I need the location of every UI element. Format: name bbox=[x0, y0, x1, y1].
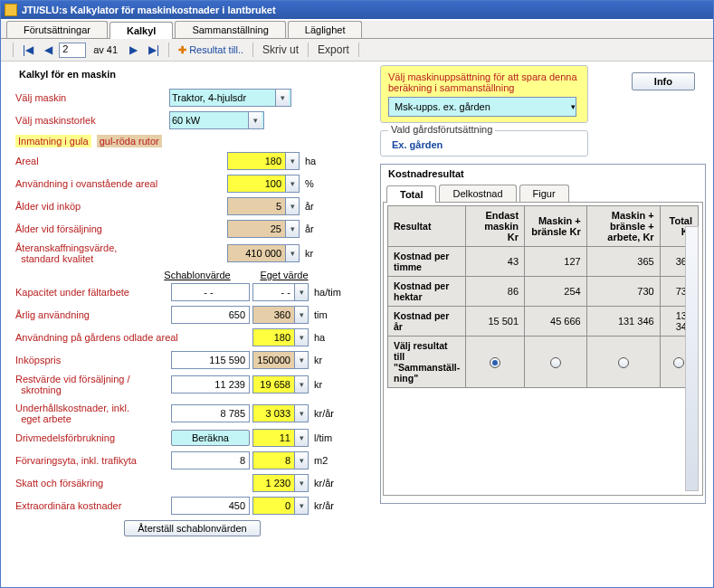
maint-label: Underhållskostnader, inkl. eget arbete bbox=[15, 403, 171, 424]
machine-set-hint: Välj maskinuppsättning för att spara den… bbox=[388, 71, 577, 93]
tab-laglighet[interactable]: Läglighet bbox=[288, 21, 363, 38]
size-select[interactable]: 60 kW ▾ bbox=[169, 111, 264, 129]
tab-figur[interactable]: Figur bbox=[519, 185, 569, 202]
unit-label: kr bbox=[314, 355, 347, 365]
purchase-own-input[interactable]: 150000▾ bbox=[252, 351, 309, 369]
radio-total[interactable] bbox=[673, 357, 684, 368]
age-buy-label: Ålder vid inköp bbox=[15, 201, 227, 212]
residual-own-input[interactable]: 19 658▾ bbox=[252, 375, 309, 394]
storage-own-input[interactable]: 8▾ bbox=[252, 451, 309, 469]
tab-forutsattningar[interactable]: Förutsättningar bbox=[6, 21, 108, 38]
section-heading: Kalkyl för en maskin bbox=[19, 69, 369, 80]
dropdown-icon: ▾ bbox=[248, 112, 262, 128]
capacity-std-input[interactable]: - - bbox=[171, 283, 250, 301]
unit-label: år bbox=[305, 201, 338, 212]
calc-fuel-button[interactable]: Beräkna bbox=[171, 430, 250, 446]
export-button[interactable]: Export bbox=[313, 42, 354, 58]
unit-label: ha/tim bbox=[314, 287, 347, 298]
unit-label: kr bbox=[305, 248, 338, 259]
unit-label: kr/år bbox=[314, 478, 347, 488]
maint-own-input[interactable]: 3 033▾ bbox=[252, 404, 309, 422]
print-button[interactable]: Skriv ut bbox=[258, 42, 303, 58]
last-page-button[interactable]: ▶| bbox=[144, 42, 164, 58]
result-panel: Resultat Endast maskin Kr Maskin + bräns… bbox=[383, 203, 703, 496]
annual-std-input[interactable]: 650 bbox=[171, 306, 250, 324]
purchase-std-input[interactable]: 115 590 bbox=[171, 351, 250, 369]
dropdown-icon: ▾ bbox=[275, 90, 289, 106]
replacement-label: Återanskaffningsvärde, standard kvalitet bbox=[15, 242, 227, 264]
usage-label: Användning i ovanstående areal bbox=[15, 178, 227, 189]
tab-delkostnad[interactable]: Delkostnad bbox=[439, 185, 516, 202]
areal-input[interactable]: 180▾ bbox=[227, 152, 300, 170]
title-bar: JTI/SLU:s Kalkylator för maskinkostnader… bbox=[1, 1, 713, 19]
table-row: Kostnad per år 15 50145 666131 346131 34… bbox=[388, 307, 699, 337]
plus-icon: ✚ bbox=[178, 44, 186, 56]
purchase-label: Inköpspris bbox=[15, 355, 171, 365]
radio-machine-fuel-labor[interactable] bbox=[618, 357, 629, 368]
farm-areal-input[interactable]: 180▾ bbox=[252, 328, 309, 346]
navigation-toolbar: |◀ ◀ 2 av 41 ▶ ▶| ✚Resultat till.. Skriv… bbox=[1, 39, 713, 62]
table-row: Kostnad per hektar 86254730730 bbox=[388, 277, 699, 307]
input-hint-2: gul-röda rutor bbox=[97, 135, 162, 147]
app-window: JTI/SLU:s Kalkylator för maskinkostnader… bbox=[0, 0, 714, 588]
result-scrollbar[interactable] bbox=[685, 226, 699, 491]
age-sell-input[interactable]: 25▾ bbox=[227, 220, 300, 238]
usage-input[interactable]: 100▾ bbox=[227, 175, 300, 193]
storage-label: Förvaringsyta, inkl. trafikyta bbox=[15, 455, 171, 466]
farm-config-value: Ex. gården bbox=[392, 139, 580, 150]
select-row: Välj resultat till "Sammanställ-ning" bbox=[388, 337, 699, 388]
content-area: Kalkyl för en maskin Välj maskin Traktor… bbox=[1, 62, 713, 544]
unit-label: tim bbox=[314, 309, 347, 320]
value-columns-header: Schablonvärde Eget värde bbox=[15, 270, 369, 280]
capacity-own-input[interactable]: - -▾ bbox=[252, 283, 309, 301]
tax-own-input[interactable]: 1 230▾ bbox=[252, 474, 309, 492]
extra-own-input[interactable]: 0▾ bbox=[252, 497, 309, 515]
unit-label: ha bbox=[314, 332, 347, 343]
info-button[interactable]: Info bbox=[632, 72, 695, 90]
annual-label: Årlig användning bbox=[15, 309, 171, 320]
capacity-label: Kapacitet under fältarbete bbox=[15, 287, 171, 298]
tab-total[interactable]: Total bbox=[386, 185, 436, 203]
farm-config-group: Vald gårdsförutsättning Ex. gården bbox=[380, 130, 588, 156]
unit-label: m2 bbox=[314, 455, 347, 466]
age-sell-label: Ålder vid försäljning bbox=[15, 223, 227, 234]
result-group: Kostnadresultat Total Delkostnad Figur R… bbox=[380, 164, 706, 504]
page-number-input[interactable]: 2 bbox=[59, 43, 86, 58]
main-tabs: Förutsättningar Kalkyl Sammanställning L… bbox=[1, 21, 713, 39]
input-hint-1: Inmatning i gula bbox=[15, 135, 91, 147]
result-tabs: Total Delkostnad Figur bbox=[383, 185, 703, 203]
machine-select[interactable]: Traktor, 4-hjulsdr ▾ bbox=[169, 89, 291, 107]
dropdown-icon: ▾ bbox=[571, 102, 576, 111]
storage-std-input[interactable]: 8 bbox=[171, 451, 250, 469]
page-total-label: av 41 bbox=[93, 44, 118, 55]
machine-label: Välj maskin bbox=[15, 92, 169, 103]
extra-std-input[interactable]: 450 bbox=[171, 497, 250, 515]
machine-set-select[interactable]: Msk-upps. ex. gården ▾ bbox=[388, 97, 576, 117]
left-panel: Kalkyl för en maskin Välj maskin Traktor… bbox=[8, 65, 378, 536]
farm-areal-label: Användning på gårdens odlade areal bbox=[15, 332, 252, 343]
tab-kalkyl[interactable]: Kalkyl bbox=[109, 22, 173, 39]
next-page-button[interactable]: ▶ bbox=[125, 42, 142, 58]
age-buy-input[interactable]: 5▾ bbox=[227, 197, 300, 215]
fuel-own-input[interactable]: 11▾ bbox=[252, 429, 309, 447]
maint-std-input[interactable]: 8 785 bbox=[171, 404, 250, 422]
machine-set-group: Välj maskinuppsättning för att spara den… bbox=[380, 65, 588, 123]
result-table: Resultat Endast maskin Kr Maskin + bräns… bbox=[387, 205, 699, 388]
table-row: Kostnad per timme 43127365365 bbox=[388, 247, 699, 277]
tab-sammanstallning[interactable]: Sammanställning bbox=[175, 21, 285, 38]
right-panel: Info Välj maskinuppsättning för att spar… bbox=[378, 65, 706, 536]
first-page-button[interactable]: |◀ bbox=[18, 42, 38, 58]
reset-button[interactable]: Återställ schablonvärden bbox=[124, 520, 260, 536]
size-label: Välj maskinstorlek bbox=[15, 115, 169, 126]
fuel-label: Drivmedelsförbrukning bbox=[15, 432, 171, 443]
residual-std-input[interactable]: 11 239 bbox=[171, 375, 250, 394]
window-title: JTI/SLU:s Kalkylator för maskinkostnader… bbox=[22, 5, 276, 15]
unit-label: år bbox=[305, 223, 338, 234]
result-to-button[interactable]: ✚Resultat till.. bbox=[174, 42, 248, 58]
annual-own-input[interactable]: 360▾ bbox=[252, 306, 309, 324]
radio-machine-fuel[interactable] bbox=[550, 357, 561, 368]
replacement-input[interactable]: 410 000▾ bbox=[227, 244, 300, 262]
extra-label: Extraordinära kostnader bbox=[15, 500, 171, 511]
prev-page-button[interactable]: ◀ bbox=[40, 42, 57, 58]
radio-machine-only[interactable] bbox=[490, 357, 500, 368]
